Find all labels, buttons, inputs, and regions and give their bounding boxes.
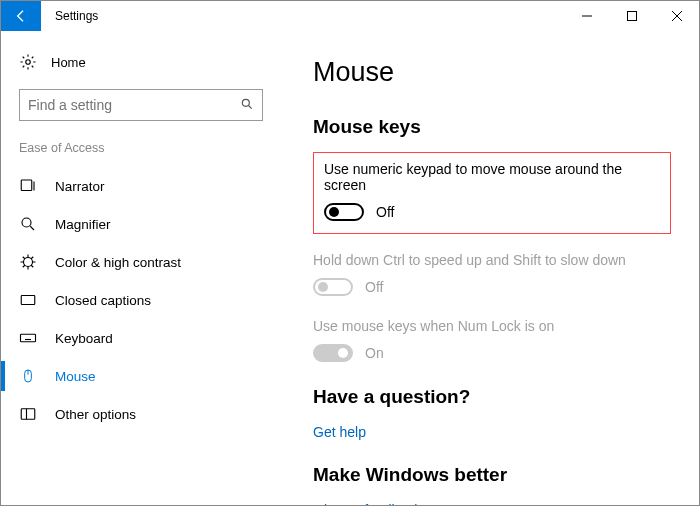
setting-label: Use mouse keys when Num Lock is on bbox=[313, 318, 671, 334]
setting-label: Hold down Ctrl to speed up and Shift to … bbox=[313, 252, 671, 268]
sidebar-item-label: Color & high contrast bbox=[55, 255, 181, 270]
magnifier-icon bbox=[19, 215, 37, 233]
toggle-state: On bbox=[365, 345, 384, 361]
home-label: Home bbox=[51, 55, 86, 70]
sidebar-item-color-contrast[interactable]: Color & high contrast bbox=[1, 243, 271, 281]
search-input[interactable] bbox=[19, 89, 263, 121]
window-title: Settings bbox=[55, 9, 98, 23]
window-controls bbox=[564, 1, 699, 31]
home-nav[interactable]: Home bbox=[19, 49, 271, 89]
search-field[interactable] bbox=[28, 97, 231, 113]
keyboard-icon bbox=[19, 329, 37, 347]
svg-point-2 bbox=[26, 60, 31, 65]
svg-rect-1 bbox=[627, 12, 636, 21]
sidebar-item-mouse[interactable]: Mouse bbox=[1, 357, 271, 395]
content-area: Home Ease of Access Narrator Magnifier bbox=[1, 31, 699, 505]
mouse-icon bbox=[19, 367, 37, 385]
svg-rect-11 bbox=[21, 409, 35, 420]
feedback-link[interactable]: Give us feedback bbox=[313, 502, 421, 505]
svg-rect-8 bbox=[21, 334, 36, 342]
svg-rect-4 bbox=[21, 180, 32, 191]
section-mouse-keys: Mouse keys Use numeric keypad to move mo… bbox=[313, 116, 671, 362]
sidebar-item-label: Closed captions bbox=[55, 293, 151, 308]
sidebar-item-label: Mouse bbox=[55, 369, 96, 384]
toggle-ctrl-shift bbox=[313, 278, 353, 296]
section-title: Mouse keys bbox=[313, 116, 671, 138]
sidebar: Home Ease of Access Narrator Magnifier bbox=[1, 31, 281, 505]
svg-rect-7 bbox=[21, 296, 35, 305]
setting-ctrl-shift: Hold down Ctrl to speed up and Shift to … bbox=[313, 252, 671, 296]
narrator-icon bbox=[19, 177, 37, 195]
contrast-icon bbox=[19, 253, 37, 271]
sidebar-item-label: Other options bbox=[55, 407, 136, 422]
feedback-title: Make Windows better bbox=[313, 464, 671, 486]
toggle-state: Off bbox=[376, 204, 394, 220]
close-button[interactable] bbox=[654, 1, 699, 31]
captions-icon bbox=[19, 291, 37, 309]
sidebar-item-label: Keyboard bbox=[55, 331, 113, 346]
category-label: Ease of Access bbox=[19, 141, 271, 155]
sidebar-item-label: Narrator bbox=[55, 179, 105, 194]
help-link[interactable]: Get help bbox=[313, 424, 366, 440]
sidebar-item-magnifier[interactable]: Magnifier bbox=[1, 205, 271, 243]
back-button[interactable] bbox=[1, 1, 41, 31]
page-title: Mouse bbox=[313, 57, 671, 88]
main-panel: Mouse Mouse keys Use numeric keypad to m… bbox=[281, 31, 699, 505]
svg-point-5 bbox=[22, 218, 31, 227]
section-feedback: Make Windows better Give us feedback bbox=[313, 464, 671, 505]
other-icon bbox=[19, 405, 37, 423]
question-title: Have a question? bbox=[313, 386, 671, 408]
maximize-button[interactable] bbox=[609, 1, 654, 31]
toggle-numeric-keypad[interactable] bbox=[324, 203, 364, 221]
toggle-numlock bbox=[313, 344, 353, 362]
svg-point-3 bbox=[242, 99, 249, 106]
gear-icon bbox=[19, 53, 37, 71]
highlighted-setting: Use numeric keypad to move mouse around … bbox=[313, 152, 671, 234]
toggle-state: Off bbox=[365, 279, 383, 295]
sidebar-item-label: Magnifier bbox=[55, 217, 111, 232]
sidebar-item-closed-captions[interactable]: Closed captions bbox=[1, 281, 271, 319]
sidebar-item-other-options[interactable]: Other options bbox=[1, 395, 271, 433]
setting-label: Use numeric keypad to move mouse around … bbox=[324, 161, 660, 193]
sidebar-item-keyboard[interactable]: Keyboard bbox=[1, 319, 271, 357]
search-icon bbox=[240, 97, 254, 114]
setting-numlock: Use mouse keys when Num Lock is on On bbox=[313, 318, 671, 362]
section-question: Have a question? Get help bbox=[313, 386, 671, 440]
sidebar-item-narrator[interactable]: Narrator bbox=[1, 167, 271, 205]
titlebar: Settings bbox=[1, 1, 699, 31]
minimize-button[interactable] bbox=[564, 1, 609, 31]
